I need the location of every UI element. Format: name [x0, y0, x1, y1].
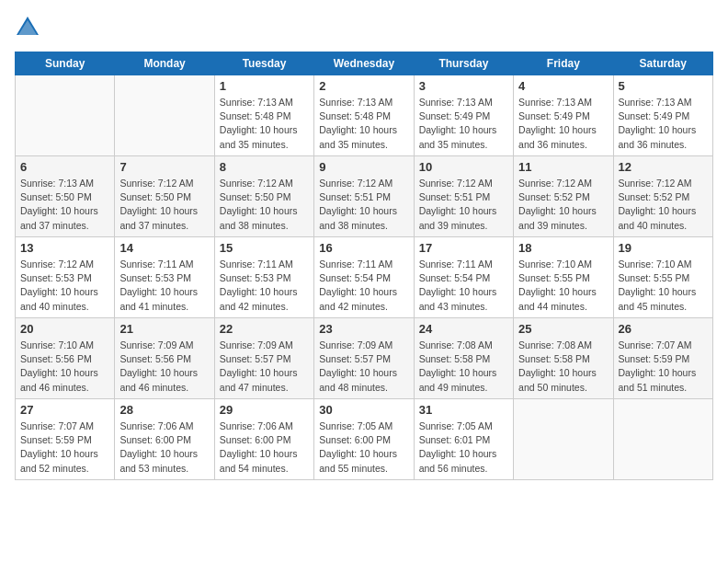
day-info: Sunrise: 7:13 AM Sunset: 5:49 PM Dayligh…: [518, 96, 608, 152]
day-info: Sunrise: 7:10 AM Sunset: 5:56 PM Dayligh…: [20, 339, 109, 395]
day-number: 25: [518, 322, 608, 336]
day-number: 1: [220, 79, 309, 93]
day-info: Sunrise: 7:13 AM Sunset: 5:48 PM Dayligh…: [220, 96, 309, 152]
day-number: 21: [119, 322, 209, 336]
day-info: Sunrise: 7:06 AM Sunset: 6:00 PM Dayligh…: [220, 419, 309, 476]
calendar-cell: 13Sunrise: 7:12 AM Sunset: 5:53 PM Dayli…: [16, 237, 115, 318]
calendar-cell: 12Sunrise: 7:12 AM Sunset: 5:52 PM Dayli…: [613, 156, 712, 237]
weekday-header: Wednesday: [314, 52, 414, 75]
calendar-cell: 19Sunrise: 7:10 AM Sunset: 5:55 PM Dayli…: [613, 237, 712, 318]
weekday-row: SundayMondayTuesdayWednesdayThursdayFrid…: [16, 52, 713, 75]
weekday-header: Sunday: [16, 52, 115, 75]
day-info: Sunrise: 7:12 AM Sunset: 5:52 PM Dayligh…: [619, 177, 708, 233]
day-info: Sunrise: 7:13 AM Sunset: 5:49 PM Dayligh…: [619, 96, 708, 152]
calendar-week-row: 1Sunrise: 7:13 AM Sunset: 5:48 PM Daylig…: [16, 75, 713, 156]
day-info: Sunrise: 7:10 AM Sunset: 5:55 PM Dayligh…: [619, 258, 708, 314]
day-number: 4: [518, 79, 608, 93]
calendar-cell: 25Sunrise: 7:08 AM Sunset: 5:58 PM Dayli…: [514, 318, 613, 399]
day-info: Sunrise: 7:13 AM Sunset: 5:48 PM Dayligh…: [319, 96, 408, 152]
day-number: 6: [20, 160, 109, 174]
day-info: Sunrise: 7:05 AM Sunset: 6:01 PM Dayligh…: [419, 419, 508, 476]
calendar-cell: 15Sunrise: 7:11 AM Sunset: 5:53 PM Dayli…: [214, 237, 313, 318]
day-number: 20: [20, 322, 109, 336]
calendar-cell: 26Sunrise: 7:07 AM Sunset: 5:59 PM Dayli…: [613, 318, 712, 399]
calendar-cell: 27Sunrise: 7:07 AM Sunset: 5:59 PM Dayli…: [16, 399, 115, 480]
day-info: Sunrise: 7:12 AM Sunset: 5:50 PM Dayligh…: [119, 177, 209, 233]
calendar-cell: 23Sunrise: 7:09 AM Sunset: 5:57 PM Dayli…: [314, 318, 414, 399]
day-number: 22: [220, 322, 309, 336]
calendar-cell: 17Sunrise: 7:11 AM Sunset: 5:54 PM Dayli…: [414, 237, 513, 318]
calendar-cell: 6Sunrise: 7:13 AM Sunset: 5:50 PM Daylig…: [16, 156, 115, 237]
day-info: Sunrise: 7:12 AM Sunset: 5:50 PM Dayligh…: [220, 177, 309, 233]
day-number: 19: [619, 241, 708, 255]
calendar-cell: 28Sunrise: 7:06 AM Sunset: 6:00 PM Dayli…: [115, 399, 214, 480]
day-info: Sunrise: 7:13 AM Sunset: 5:49 PM Dayligh…: [419, 96, 508, 152]
day-number: 3: [419, 79, 508, 93]
calendar-week-row: 13Sunrise: 7:12 AM Sunset: 5:53 PM Dayli…: [16, 237, 713, 318]
calendar-cell: 22Sunrise: 7:09 AM Sunset: 5:57 PM Dayli…: [214, 318, 313, 399]
day-number: 18: [518, 241, 608, 255]
calendar-cell: 29Sunrise: 7:06 AM Sunset: 6:00 PM Dayli…: [214, 399, 313, 480]
weekday-header: Thursday: [414, 52, 513, 75]
day-info: Sunrise: 7:08 AM Sunset: 5:58 PM Dayligh…: [518, 339, 608, 395]
day-info: Sunrise: 7:07 AM Sunset: 5:59 PM Dayligh…: [619, 339, 708, 395]
calendar-cell: 21Sunrise: 7:09 AM Sunset: 5:56 PM Dayli…: [115, 318, 214, 399]
day-number: 24: [419, 322, 508, 336]
calendar-week-row: 6Sunrise: 7:13 AM Sunset: 5:50 PM Daylig…: [16, 156, 713, 237]
day-number: 14: [119, 241, 209, 255]
calendar-body: 1Sunrise: 7:13 AM Sunset: 5:48 PM Daylig…: [16, 75, 713, 480]
day-number: 15: [220, 241, 309, 255]
day-info: Sunrise: 7:12 AM Sunset: 5:51 PM Dayligh…: [319, 177, 408, 233]
day-number: 28: [119, 403, 209, 417]
calendar-cell: 14Sunrise: 7:11 AM Sunset: 5:53 PM Dayli…: [115, 237, 214, 318]
day-number: 26: [619, 322, 708, 336]
day-info: Sunrise: 7:11 AM Sunset: 5:54 PM Dayligh…: [419, 258, 508, 314]
calendar-cell: 18Sunrise: 7:10 AM Sunset: 5:55 PM Dayli…: [514, 237, 613, 318]
day-info: Sunrise: 7:12 AM Sunset: 5:51 PM Dayligh…: [419, 177, 508, 233]
day-number: 23: [319, 322, 408, 336]
day-info: Sunrise: 7:09 AM Sunset: 5:56 PM Dayligh…: [119, 339, 209, 395]
day-number: 13: [20, 241, 109, 255]
day-number: 10: [419, 160, 508, 174]
logo-icon: [15, 15, 40, 40]
calendar-week-row: 27Sunrise: 7:07 AM Sunset: 5:59 PM Dayli…: [16, 399, 713, 480]
day-number: 9: [319, 160, 408, 174]
day-info: Sunrise: 7:11 AM Sunset: 5:53 PM Dayligh…: [220, 258, 309, 314]
calendar-table: SundayMondayTuesdayWednesdayThursdayFrid…: [15, 52, 713, 480]
calendar-cell: [16, 75, 115, 156]
calendar-cell: 8Sunrise: 7:12 AM Sunset: 5:50 PM Daylig…: [214, 156, 313, 237]
calendar-cell: 7Sunrise: 7:12 AM Sunset: 5:50 PM Daylig…: [115, 156, 214, 237]
day-number: 30: [319, 403, 408, 417]
calendar-cell: 5Sunrise: 7:13 AM Sunset: 5:49 PM Daylig…: [613, 75, 712, 156]
calendar-cell: 9Sunrise: 7:12 AM Sunset: 5:51 PM Daylig…: [314, 156, 414, 237]
calendar-cell: 30Sunrise: 7:05 AM Sunset: 6:00 PM Dayli…: [314, 399, 414, 480]
weekday-header: Saturday: [613, 52, 712, 75]
calendar-cell: 20Sunrise: 7:10 AM Sunset: 5:56 PM Dayli…: [16, 318, 115, 399]
day-number: 29: [220, 403, 309, 417]
day-info: Sunrise: 7:12 AM Sunset: 5:53 PM Dayligh…: [20, 258, 109, 314]
day-number: 31: [419, 403, 508, 417]
day-number: 16: [319, 241, 408, 255]
day-number: 27: [20, 403, 109, 417]
day-number: 2: [319, 79, 408, 93]
logo: [15, 15, 44, 40]
day-info: Sunrise: 7:05 AM Sunset: 6:00 PM Dayligh…: [319, 419, 408, 476]
calendar-cell: [613, 399, 712, 480]
weekday-header: Tuesday: [214, 52, 313, 75]
day-number: 17: [419, 241, 508, 255]
day-info: Sunrise: 7:08 AM Sunset: 5:58 PM Dayligh…: [419, 339, 508, 395]
weekday-header: Friday: [514, 52, 613, 75]
day-info: Sunrise: 7:07 AM Sunset: 5:59 PM Dayligh…: [20, 419, 109, 476]
calendar-header: SundayMondayTuesdayWednesdayThursdayFrid…: [16, 52, 713, 75]
day-number: 7: [119, 160, 209, 174]
calendar-cell: 24Sunrise: 7:08 AM Sunset: 5:58 PM Dayli…: [414, 318, 513, 399]
day-info: Sunrise: 7:11 AM Sunset: 5:53 PM Dayligh…: [119, 258, 209, 314]
calendar-cell: 1Sunrise: 7:13 AM Sunset: 5:48 PM Daylig…: [214, 75, 313, 156]
calendar-cell: 11Sunrise: 7:12 AM Sunset: 5:52 PM Dayli…: [514, 156, 613, 237]
day-info: Sunrise: 7:09 AM Sunset: 5:57 PM Dayligh…: [319, 339, 408, 395]
calendar-cell: 16Sunrise: 7:11 AM Sunset: 5:54 PM Dayli…: [314, 237, 414, 318]
calendar-cell: 4Sunrise: 7:13 AM Sunset: 5:49 PM Daylig…: [514, 75, 613, 156]
day-info: Sunrise: 7:12 AM Sunset: 5:52 PM Dayligh…: [518, 177, 608, 233]
day-number: 12: [619, 160, 708, 174]
calendar-cell: 2Sunrise: 7:13 AM Sunset: 5:48 PM Daylig…: [314, 75, 414, 156]
